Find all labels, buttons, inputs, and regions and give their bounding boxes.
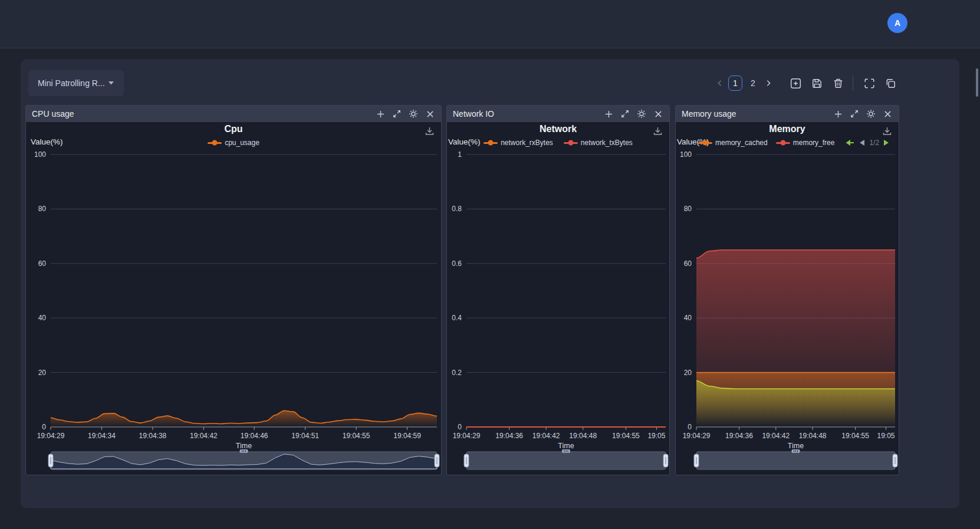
- settings-icon[interactable]: [866, 109, 876, 119]
- x-tick-label: 19:04:29: [37, 432, 65, 440]
- settings-icon[interactable]: [408, 109, 419, 119]
- y-tick-label: 0: [688, 423, 692, 431]
- toolbar-divider: [853, 75, 853, 91]
- y-tick-label: 0.8: [452, 205, 462, 213]
- x-tick-label: 19:04:42: [762, 432, 790, 440]
- chart-area: Memory Value(%) memory_cachedmemory_free…: [676, 122, 899, 475]
- x-tick-label: 19:04:51: [291, 432, 319, 440]
- y-tick-label: 0.4: [452, 314, 462, 322]
- duplicate-icon: [885, 78, 896, 89]
- panel-actions: [603, 109, 663, 119]
- x-tick-label: 19:04:59: [393, 432, 421, 440]
- y-tick-label: 0.6: [452, 259, 462, 268]
- add-icon[interactable]: [603, 109, 614, 119]
- add-panel-icon: [790, 78, 801, 89]
- panel-actions: [833, 109, 893, 119]
- y-tick-label: 100: [680, 150, 692, 159]
- datazoom-slider[interactable]: [466, 452, 666, 469]
- expand-icon[interactable]: [849, 109, 860, 119]
- panel-network-io: Network IO Network Value(%) network_rxBy…: [446, 105, 670, 475]
- page-number-1[interactable]: 1: [728, 75, 742, 91]
- y-tick-label: 40: [38, 314, 47, 322]
- add-panel-button[interactable]: [785, 74, 805, 92]
- network-chart-canvas: 00.20.40.60.8119:04:2919:04:3619:04:4219…: [447, 122, 669, 475]
- x-tick-label: 19:04:29: [683, 432, 711, 440]
- x-tick-label: 19:04:38: [139, 432, 167, 440]
- close-icon[interactable]: [425, 109, 435, 119]
- chevron-down-icon: [108, 81, 114, 86]
- dashboard-selector-label: Mini Patrolling R...: [38, 78, 105, 88]
- duplicate-button[interactable]: [880, 74, 900, 92]
- scrollbar-thumb[interactable]: [976, 68, 978, 97]
- x-tick-label: 19:04:48: [569, 432, 597, 440]
- y-tick-label: 20: [684, 369, 692, 377]
- x-tick-label: 19:04:55: [343, 432, 370, 440]
- delete-icon: [833, 78, 844, 89]
- cpu-chart-canvas: 02040608010019:04:2919:04:3419:04:3819:0…: [26, 122, 441, 475]
- panel-header: Memory usage: [676, 106, 899, 122]
- x-tick-label: 19:04:29: [453, 432, 481, 440]
- x-tick-label: 19:04:36: [725, 432, 753, 440]
- panel-title: CPU usage: [32, 109, 375, 119]
- x-tick-label: 19:05: [877, 432, 895, 440]
- x-tick-label: 19:04:48: [799, 432, 827, 440]
- y-tick-label: 20: [38, 369, 47, 377]
- y-tick-label: 60: [38, 259, 47, 268]
- page-prev-button[interactable]: [713, 77, 726, 90]
- x-axis-name: Time: [788, 442, 804, 450]
- save-icon: [811, 78, 823, 89]
- chevron-left-icon: [716, 79, 724, 87]
- add-icon[interactable]: [375, 109, 386, 119]
- dashboard-canvas: Mini Patrolling R... 1 2: [21, 59, 959, 508]
- expand-icon[interactable]: [620, 109, 630, 119]
- panel-actions: [375, 109, 435, 119]
- panel-title: Memory usage: [682, 109, 833, 119]
- dashboard-toolbar: 1 2: [713, 73, 900, 93]
- save-button[interactable]: [807, 74, 827, 92]
- fullscreen-icon: [864, 78, 875, 89]
- y-tick-label: 0: [458, 423, 462, 431]
- x-tick-label: 19:04:42: [190, 432, 218, 440]
- x-tick-label: 19:04:34: [88, 432, 116, 440]
- dashboard-selector[interactable]: Mini Patrolling R...: [28, 70, 124, 96]
- chevron-right-icon: [764, 79, 772, 87]
- y-tick-label: 0: [42, 423, 46, 431]
- chart-area: Cpu Value(%) cpu_usage 02040608010019:04…: [26, 122, 441, 475]
- y-tick-label: 80: [684, 205, 692, 213]
- y-tick-label: 0.2: [452, 369, 462, 377]
- datazoom-slider[interactable]: [696, 452, 895, 469]
- y-tick-label: 40: [684, 314, 692, 322]
- delete-button[interactable]: [828, 74, 848, 92]
- panel-header: CPU usage: [26, 106, 441, 122]
- x-axis-name: Time: [558, 442, 574, 450]
- x-tick-label: 19:04:42: [532, 432, 560, 440]
- x-tick-label: 19:04:55: [612, 432, 640, 440]
- memory-chart-canvas: 02040608010019:04:2919:04:3619:04:4219:0…: [676, 122, 899, 475]
- y-tick-label: 80: [38, 205, 47, 213]
- x-tick-label: 19:04:36: [495, 432, 523, 440]
- avatar[interactable]: A: [887, 13, 907, 33]
- close-icon[interactable]: [882, 109, 893, 119]
- fullscreen-button[interactable]: [859, 74, 879, 92]
- panel-title: Network IO: [453, 109, 603, 119]
- panel-memory-usage: Memory usage Memory Value(%) memory_cach…: [675, 105, 899, 475]
- topbar: A: [0, 0, 980, 48]
- page-next-button[interactable]: [762, 77, 775, 90]
- panel-header: Network IO: [447, 106, 669, 122]
- x-axis-name: Time: [236, 442, 252, 450]
- x-tick-label: 19:04:46: [241, 432, 268, 440]
- panel-cpu-usage: CPU usage Cpu Value(%) cpu_usage 0204060…: [25, 105, 442, 475]
- settings-icon[interactable]: [636, 109, 647, 119]
- page-number-2[interactable]: 2: [746, 75, 760, 91]
- y-tick-label: 1: [458, 150, 462, 159]
- close-icon[interactable]: [653, 109, 663, 119]
- chart-area: Network Value(%) network_rxBytesnetwork_…: [447, 122, 669, 475]
- add-icon[interactable]: [833, 109, 843, 119]
- x-tick-label: 19:04:55: [841, 432, 869, 440]
- expand-icon[interactable]: [392, 109, 402, 119]
- x-tick-label: 19:05: [647, 432, 665, 440]
- y-tick-label: 100: [34, 150, 46, 159]
- y-tick-label: 60: [684, 259, 692, 268]
